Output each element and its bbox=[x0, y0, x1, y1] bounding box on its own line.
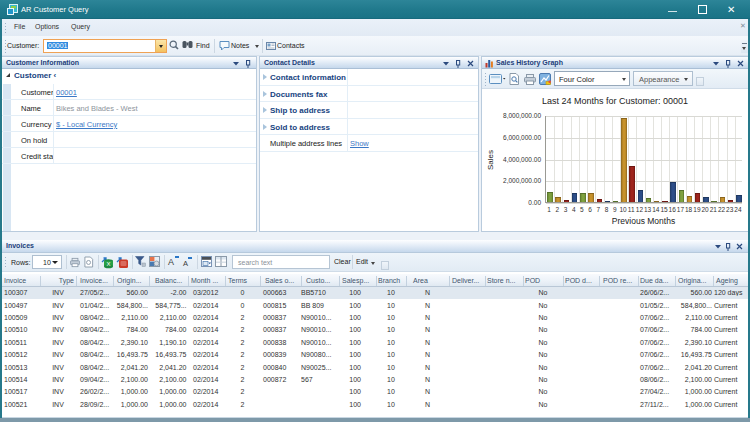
svg-text:X: X bbox=[106, 261, 110, 267]
